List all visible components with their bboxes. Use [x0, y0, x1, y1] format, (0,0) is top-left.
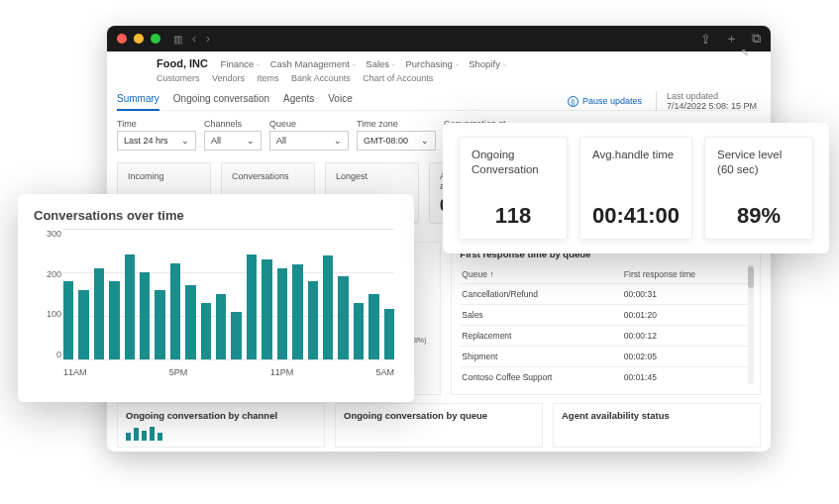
filter-timezone-select[interactable]: GMT-08:00⌄ — [357, 131, 436, 151]
chart-bar — [63, 281, 73, 359]
sidebar-toggle-icon[interactable]: ▥ — [173, 34, 182, 45]
panel-by-channel: Ongoing conversation by channel — [117, 403, 325, 448]
chart-bar — [125, 254, 135, 359]
filter-queue-select[interactable]: All⌄ — [269, 131, 349, 151]
overlay-chart-card: Conversations over time 300 200 100 0 11… — [18, 194, 414, 402]
chart-bar — [368, 294, 378, 359]
chart-bar — [247, 254, 257, 359]
header-nav: Food, INC Finance Cash Management Sales … — [107, 51, 771, 85]
chart-bar — [323, 255, 333, 359]
chart-bar — [262, 259, 271, 359]
subnav-customers[interactable]: Customers — [157, 73, 200, 83]
kpi-service-value: 89% — [717, 203, 800, 229]
table-scrollbar[interactable] — [748, 264, 754, 384]
copy-icon[interactable]: ⧉ — [752, 31, 761, 47]
tab-ongoing[interactable]: Ongoing conversation — [173, 93, 269, 104]
col-queue[interactable]: Queue ↑ — [460, 265, 621, 284]
sort-arrow-icon: ↑ — [489, 269, 493, 279]
chevron-down-icon: ⌄ — [421, 136, 429, 146]
chart-bar — [338, 276, 348, 359]
panel-agent-availability: Agent availability status — [553, 403, 761, 448]
nav-fwd-icon[interactable]: › — [206, 32, 210, 46]
company-name[interactable]: Food, INC — [157, 57, 208, 69]
table-row[interactable]: Sales00:01:20 — [460, 305, 752, 326]
edit-pencil-icon[interactable]: ✎ — [741, 48, 749, 58]
chevron-down-icon: ⌄ — [247, 136, 255, 146]
chart-bar — [94, 268, 104, 359]
filter-time-select[interactable]: Last 24 hrs⌄ — [117, 131, 196, 151]
kpi-avg-handle-time: Avg.handle time 00:41:00 — [579, 137, 692, 240]
panel-by-queue: Ongoing conversation by queue — [335, 403, 543, 448]
kpi-service-level: Service level (60 sec) 89% — [704, 137, 813, 240]
table-row[interactable]: Contoso Coffee Support00:01:45 — [460, 367, 752, 388]
table-row[interactable]: Replacement00:00:12 — [460, 326, 752, 347]
filter-channels-select[interactable]: All⌄ — [204, 131, 262, 151]
window-titlebar: ▥ ‹ › ⇪ ＋ ⧉ — [107, 26, 771, 51]
filter-channels-label: Channels — [204, 119, 262, 129]
panel-first-response-time: First response time by queue Queue ↑Firs… — [451, 242, 761, 395]
window-close-traffic-light[interactable] — [117, 34, 127, 44]
subnav-coa[interactable]: Chart of Accounts — [363, 73, 433, 83]
chart-y-axis: 300 200 100 0 — [34, 229, 61, 359]
filter-queue-label: Queue — [269, 119, 349, 129]
chart-bar — [231, 312, 241, 359]
subnav-items[interactable]: Items — [258, 73, 279, 83]
filter-time-label: Time — [117, 119, 196, 129]
chart-bar — [354, 303, 364, 359]
overlay-kpi-card: Ongoing Conversation 118 Avg.handle time… — [443, 123, 829, 253]
topmenu-purchasing[interactable]: Purchasing — [405, 58, 458, 69]
topmenu-finance[interactable]: Finance — [221, 58, 260, 69]
response-table: Queue ↑First response time Cancellation/… — [460, 265, 752, 387]
chevron-down-icon: ⌄ — [181, 136, 189, 146]
pause-updates-label: Pause updates — [582, 96, 642, 106]
nav-back-icon[interactable]: ‹ — [192, 32, 196, 46]
topmenu-cash[interactable]: Cash Management — [270, 58, 356, 69]
subnav-vendors[interactable]: Vendors — [212, 73, 245, 83]
chart-bar — [308, 281, 318, 359]
chart-bar — [170, 263, 180, 359]
topmenu-sales[interactable]: Sales — [366, 58, 394, 69]
last-updated: Last updated 7/14/2022 5:08: 15 PM — [656, 91, 757, 111]
plus-icon[interactable]: ＋ — [725, 30, 738, 48]
chart-x-axis: 11AM 5PM 11PM 5AM — [63, 367, 394, 377]
last-updated-label: Last updated — [667, 91, 718, 101]
table-row[interactable]: Shipment00:02:05 — [460, 347, 752, 367]
chart-bar — [185, 285, 195, 359]
chart-bar — [277, 268, 287, 359]
kpi-ongoing-conversation: Ongoing Conversation 118 — [459, 137, 568, 240]
pause-icon: || — [568, 96, 578, 107]
chart-bar — [384, 309, 394, 359]
tab-summary[interactable]: Summary — [117, 93, 159, 111]
conversations-bar-chart: 300 200 100 0 11AM 5PM 11PM 5AM — [34, 229, 398, 377]
window-zoom-traffic-light[interactable] — [151, 34, 160, 44]
window-minimize-traffic-light[interactable] — [134, 34, 144, 44]
pause-updates-button[interactable]: || Pause updates — [568, 96, 642, 107]
chart-bar — [155, 290, 164, 359]
tab-voice[interactable]: Voice — [328, 93, 352, 104]
filter-tz-label: Time zone — [357, 119, 436, 129]
col-first-response[interactable]: First response time — [622, 265, 752, 284]
overlay-chart-title: Conversations over time — [34, 208, 398, 223]
kpi-handle-value: 00:41:00 — [592, 203, 680, 229]
chart-bar — [78, 290, 88, 359]
tab-agents[interactable]: Agents — [283, 93, 314, 104]
share-icon[interactable]: ⇪ — [700, 32, 711, 47]
report-tabs: Summary Ongoing conversation Agents Voic… — [117, 89, 761, 111]
kpi-ongoing-value: 118 — [472, 203, 555, 229]
subnav-bank[interactable]: Bank Accounts — [291, 73, 351, 83]
topmenu-shopify[interactable]: Shopify — [469, 58, 505, 69]
last-updated-value: 7/14/2022 5:08: 15 PM — [667, 101, 757, 111]
chart-bar — [216, 294, 226, 359]
table-row[interactable]: Cancellation/Refund00:00:31 — [460, 284, 752, 305]
tiny-bar-chart — [126, 427, 316, 441]
chart-bar — [109, 281, 119, 359]
chevron-down-icon: ⌄ — [334, 136, 342, 146]
chart-bar — [292, 264, 302, 359]
chart-bar — [201, 303, 211, 359]
chart-bar — [140, 272, 150, 359]
